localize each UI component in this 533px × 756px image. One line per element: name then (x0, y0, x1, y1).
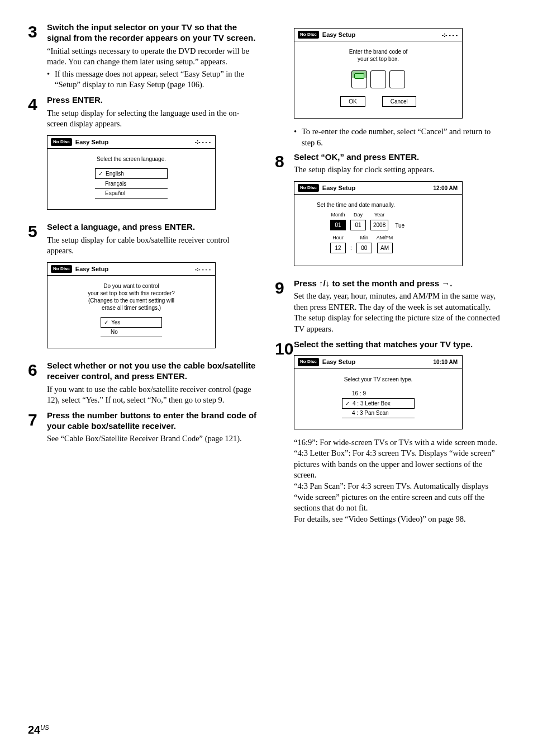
osd-stb-control: No Disc Easy Setup -:- - - - Do you want… (47, 262, 216, 348)
value-dow: Tue (393, 221, 407, 230)
left-column: 3 Switch the input selector on your TV s… (28, 22, 258, 529)
osd-time: -:- - - - (442, 31, 458, 39)
osd-tv-msg: Select your TV screen type. (306, 376, 451, 383)
stb-option-yes[interactable]: Yes (101, 317, 162, 328)
code-slot-3[interactable] (389, 70, 405, 88)
osd-title: Easy Setup (322, 184, 355, 192)
step-7-number: 7 (28, 410, 47, 445)
stb-option-no[interactable]: No (101, 327, 162, 337)
osd-stb-msg2: your set top box with this recorder? (59, 290, 204, 297)
step-8-title: Select “OK,” and press ENTER. (294, 152, 505, 163)
osd-lang-msg: Select the screen language. (59, 155, 204, 163)
tv-desc-details: For details, see “Video Settings (Video)… (294, 514, 505, 525)
bullet-icon: • (294, 126, 302, 148)
lang-option-espanol[interactable]: Español (95, 188, 168, 199)
osd-tv-type: No Disc Easy Setup 10:10 AM Select your … (294, 355, 463, 429)
no-disc-badge: No Disc (298, 31, 319, 39)
no-disc-badge: No Disc (51, 138, 72, 146)
osd-language: No Disc Easy Setup -:- - - - Select the … (47, 135, 216, 210)
osd-title: Easy Setup (322, 31, 355, 39)
code-slot-1[interactable] (351, 70, 367, 88)
cancel-button[interactable]: Cancel (382, 96, 416, 107)
step-5-number: 5 (28, 222, 47, 356)
tv-desc-letterbox: “4:3 Letter Box”: For 4:3 screen TVs. Di… (294, 448, 505, 481)
step-5: 5 Select a language, and press ENTER. Th… (28, 222, 258, 356)
step-6-text: If you want to use the cable box/satelli… (47, 384, 258, 406)
arrow-up-down-icon: ↑/↓ (319, 278, 330, 288)
osd-clock: No Disc Easy Setup 12:00 AM Set the time… (294, 181, 463, 266)
brand-code-slots (306, 70, 451, 88)
step-8-number: 8 (275, 152, 294, 274)
step-3: 3 Switch the input selector on your TV s… (28, 22, 258, 91)
osd-time: 12:00 AM (433, 185, 458, 192)
label-month: Month (331, 212, 345, 219)
osd-stb-msg4: erase all timer settings.) (59, 304, 204, 311)
step-4-title: Press ENTER. (47, 95, 258, 106)
step-5-title: Select a language, and press ENTER. (47, 222, 258, 233)
step-7-text: See “Cable Box/Satellite Receiver Brand … (47, 433, 258, 445)
tv-option-letterbox[interactable]: 4 : 3 Letter Box (342, 398, 415, 409)
step-4-text: The setup display for selecting the lang… (47, 108, 258, 130)
value-hour[interactable]: 12 (330, 243, 346, 253)
step-4-number: 4 (28, 95, 47, 218)
osd-time: -:- - - - (195, 266, 211, 273)
label-min: Min (360, 235, 369, 242)
step-8-text: The setup display for clock setting appe… (294, 164, 505, 176)
step-4: 4 Press ENTER. The setup display for sel… (28, 95, 258, 218)
osd-stb-msg3: (Changes to the current setting will (59, 297, 204, 304)
step-10-number: 10 (275, 339, 294, 525)
bullet-icon: • (47, 69, 55, 91)
step-6-title: Select whether or not you use the cable … (47, 361, 258, 382)
step-9-text-2: The setup display for selecting the pict… (294, 313, 505, 334)
no-disc-badge: No Disc (298, 358, 319, 366)
osd-stb-msg1: Do you want to control (59, 282, 204, 290)
tv-desc-169: “16:9”: For wide-screen TVs or TVs with … (294, 437, 505, 448)
ok-button[interactable]: OK (340, 96, 365, 107)
osd-title: Easy Setup (322, 358, 355, 366)
tv-option-169[interactable]: 16 : 9 (342, 389, 415, 399)
label-ampm: AM/PM (377, 235, 393, 242)
arrow-right-icon: → (441, 278, 450, 288)
step-3-text: “Initial settings necessary to operate t… (47, 46, 258, 68)
osd-time: -:- - - - (195, 138, 211, 145)
step-5-text: The setup display for cable box/satellit… (47, 235, 258, 257)
value-year[interactable]: 2008 (370, 220, 388, 230)
step-10-title: Select the setting that matches your TV … (294, 339, 505, 350)
page-columns: 3 Switch the input selector on your TV s… (28, 22, 505, 529)
osd-clock-msg: Set the time and date manually. (317, 201, 451, 209)
label-year: Year (374, 212, 384, 219)
value-day[interactable]: 01 (350, 220, 366, 230)
osd-brand-code: No Disc Easy Setup -:- - - - Enter the b… (294, 28, 463, 119)
osd-title: Easy Setup (75, 138, 108, 146)
step-3-bullet: If this message does not appear, select … (55, 69, 258, 91)
no-disc-badge: No Disc (51, 265, 72, 273)
right-column: No Disc Easy Setup -:- - - - Enter the b… (275, 22, 505, 529)
label-hour: Hour (332, 235, 344, 242)
code-slot-2[interactable] (370, 70, 386, 88)
step-7: 7 Press the number buttons to enter the … (28, 410, 258, 445)
step-9-title: Press ↑/↓ to set the month and press →. (294, 278, 505, 289)
step-9-number: 9 (275, 278, 294, 335)
step-9: 9 Press ↑/↓ to set the month and press →… (275, 278, 505, 335)
osd-time: 10:10 AM (433, 358, 458, 366)
step-6: 6 Select whether or not you use the cabl… (28, 361, 258, 406)
value-ampm[interactable]: AM (377, 243, 393, 253)
osd-brand-msg2: your set top box. (306, 55, 451, 63)
step-3-number: 3 (28, 22, 47, 91)
lang-option-english[interactable]: English (95, 168, 168, 179)
step-6-number: 6 (28, 361, 47, 406)
osd-brand-msg1: Enter the brand code of (306, 48, 451, 55)
osd-title: Easy Setup (75, 265, 108, 273)
step-3-title: Switch the input selector on your TV so … (47, 22, 258, 44)
step-7-title: Press the number buttons to enter the br… (47, 410, 258, 432)
value-min[interactable]: 00 (356, 243, 372, 253)
value-month[interactable]: 01 (330, 220, 346, 230)
tv-option-panscan[interactable]: 4 : 3 Pan Scan (342, 408, 415, 418)
step-9-text-1: Set the day, year, hour, minutes, and AM… (294, 291, 505, 313)
step-10: 10 Select the setting that matches your … (275, 339, 505, 525)
step-8: 8 Select “OK,” and press ENTER. The setu… (275, 152, 505, 274)
tv-desc-panscan: “4:3 Pan Scan”: For 4:3 screen TVs. Auto… (294, 481, 505, 514)
lang-option-francais[interactable]: Français (95, 178, 168, 189)
reenter-code-text: To re-enter the code number, select “Can… (302, 126, 505, 148)
no-disc-badge: No Disc (298, 184, 319, 192)
